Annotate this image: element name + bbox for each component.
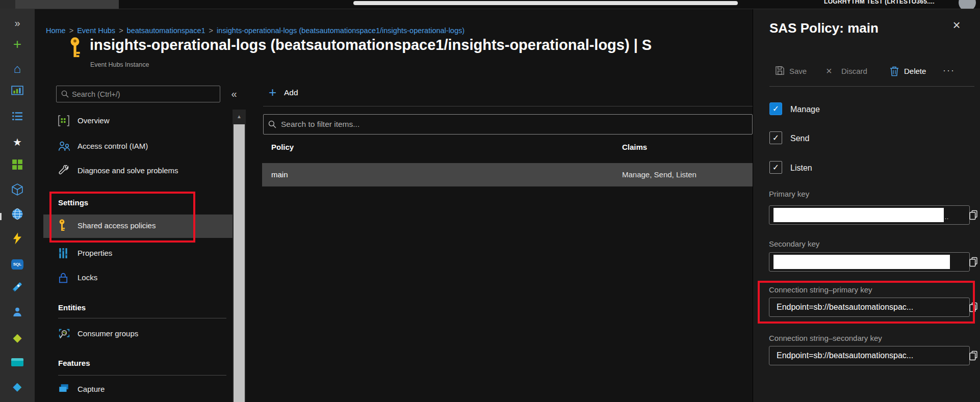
- sidebar-item-diagnose[interactable]: Diagnose and solve problems: [35, 163, 234, 180]
- copy-icon[interactable]: [969, 351, 978, 363]
- users-icon[interactable]: [0, 306, 35, 321]
- discard-label: Discard: [841, 67, 867, 75]
- column-header-policy[interactable]: Policy: [271, 143, 294, 151]
- save-label: Save: [789, 67, 807, 75]
- sidebar-search-box: [56, 86, 220, 102]
- sidebar-item-properties[interactable]: Properties: [35, 245, 234, 262]
- sidebar-item-label: Access control (IAM): [78, 142, 148, 150]
- breadcrumb-event-hubs[interactable]: Event Hubs: [77, 26, 115, 35]
- discard-button[interactable]: × Discard: [826, 65, 874, 78]
- sidebar-item-label: Locks: [78, 273, 97, 282]
- filter-search-input[interactable]: [281, 115, 740, 133]
- breadcrumb-home[interactable]: Home: [46, 26, 66, 35]
- sidebar-item-consumer-groups[interactable]: Consumer groups: [35, 326, 234, 343]
- connection-string-primary-label: Connection string–primary key: [769, 285, 872, 294]
- more-options-icon[interactable]: ···: [943, 65, 963, 78]
- breadcrumb-separator: >: [66, 26, 77, 35]
- sidebar-item-capture[interactable]: Capture: [35, 381, 234, 398]
- sidebar-item-locks[interactable]: Locks: [35, 270, 234, 287]
- secondary-key-field[interactable]: [769, 252, 970, 272]
- properties-icon: [58, 248, 71, 260]
- toolbar-divider: [263, 106, 753, 106]
- copy-icon[interactable]: [969, 302, 978, 314]
- sidebar-item-label: Capture: [78, 385, 105, 393]
- search-icon: [61, 90, 69, 98]
- search-icon: [268, 120, 276, 128]
- favorites-star-icon[interactable]: ★: [0, 135, 35, 150]
- storage-diamond-icon[interactable]: ◆: [0, 379, 35, 394]
- top-strip-segment: [0, 0, 15, 9]
- manage-checkbox[interactable]: ✓: [769, 102, 782, 115]
- sidebar-item-label: Properties: [78, 249, 112, 257]
- horizontal-scrollbar[interactable]: [353, 1, 738, 5]
- send-checkbox[interactable]: ✓: [769, 131, 782, 144]
- copy-icon[interactable]: [969, 210, 978, 222]
- close-icon[interactable]: ×: [948, 16, 965, 34]
- breadcrumb-instance[interactable]: insights-operational-logs (beatsautomati…: [217, 26, 465, 35]
- key-icon: [58, 219, 71, 231]
- redacted-value: [773, 255, 950, 269]
- create-resource-icon[interactable]: +: [0, 37, 35, 52]
- delete-button[interactable]: Delete: [890, 65, 936, 78]
- expand-portal-menu-icon[interactable]: »: [0, 15, 35, 31]
- sidebar-scrollbar-thumb[interactable]: [234, 124, 245, 402]
- account-label[interactable]: LOGRHYTHM TEST (LRTESTO365....: [824, 0, 958, 7]
- sql-database-icon[interactable]: SQL: [0, 257, 35, 272]
- sidebar-item-shared-access-policies[interactable]: Shared access policies: [35, 218, 234, 235]
- save-icon: [775, 66, 785, 77]
- lock-icon: [58, 272, 71, 284]
- quickstart-rocket-icon[interactable]: [0, 281, 35, 297]
- breadcrumb-separator: >: [205, 26, 217, 35]
- overview-icon: [58, 115, 71, 127]
- home-icon[interactable]: ⌂: [0, 61, 35, 76]
- sidebar-collapse-icon[interactable]: «: [227, 88, 241, 101]
- claims-cell: Manage, Send, Listen: [622, 170, 697, 179]
- manage-checkbox-label: Manage: [790, 105, 820, 114]
- trash-icon: [890, 66, 899, 78]
- wrench-icon: [58, 165, 71, 177]
- table-row-main[interactable]: main Manage, Send, Listen: [262, 163, 753, 186]
- redact-dots: ..: [945, 214, 949, 220]
- listen-checkbox[interactable]: ✓: [769, 161, 782, 174]
- section-divider: [58, 318, 226, 318]
- function-lightning-icon[interactable]: [0, 232, 35, 248]
- top-strip: LOGRHYTHM TEST (LRTESTO365....: [0, 0, 980, 9]
- dashboard-icon[interactable]: [0, 86, 35, 101]
- key-icon: [68, 37, 82, 61]
- globe-icon[interactable]: [0, 208, 35, 223]
- subscription-icon[interactable]: [0, 355, 35, 370]
- page-subtitle: Event Hubs Instance: [90, 61, 149, 68]
- column-header-claims[interactable]: Claims: [622, 143, 647, 151]
- avatar[interactable]: [959, 0, 976, 9]
- save-button[interactable]: Save: [775, 65, 813, 78]
- consumer-groups-icon: [58, 328, 71, 340]
- sql-database-label: SQL: [11, 259, 23, 270]
- connection-string-primary-field[interactable]: Endpoint=sb://beatsautomationspac...: [769, 298, 970, 317]
- panel-divider: [769, 86, 974, 87]
- section-divider: [58, 375, 226, 376]
- delete-label: Delete: [904, 67, 926, 75]
- connection-string-secondary-field[interactable]: Endpoint=sb://beatsautomationspac...: [769, 346, 970, 365]
- capture-icon: [58, 384, 71, 396]
- breadcrumb-namespace[interactable]: beatsautomationspace1: [127, 26, 205, 35]
- page-title: insights-operational-logs (beatsautomati…: [90, 37, 752, 58]
- sidebar-item-label: Overview: [78, 116, 110, 125]
- resource-cube-icon[interactable]: [0, 183, 35, 199]
- all-resources-icon[interactable]: [0, 159, 35, 174]
- rail-drag-marker: [0, 213, 2, 220]
- sidebar-section-features: Features: [58, 359, 90, 367]
- policy-cell: main: [271, 170, 288, 179]
- sidebar-item-access-control[interactable]: Access control (IAM): [35, 138, 234, 155]
- sas-policy-panel: SAS Policy: main × Save × Discard Delete…: [753, 9, 980, 402]
- sidebar-search-input[interactable]: [72, 87, 217, 101]
- sidebar-item-label: Shared access policies: [78, 221, 156, 230]
- connection-string-secondary-value: Endpoint=sb://beatsautomationspac...: [777, 351, 913, 360]
- scrollbar-up-arrow[interactable]: ▲: [233, 111, 246, 122]
- primary-key-field[interactable]: ..: [769, 205, 970, 225]
- sidebar-item-overview[interactable]: Overview: [35, 113, 234, 130]
- all-services-icon[interactable]: [0, 110, 35, 125]
- copy-icon[interactable]: [969, 257, 978, 269]
- browser-tab[interactable]: [15, 0, 119, 9]
- listen-checkbox-label: Listen: [790, 164, 812, 173]
- gem-diamond-icon[interactable]: ◆: [0, 330, 35, 345]
